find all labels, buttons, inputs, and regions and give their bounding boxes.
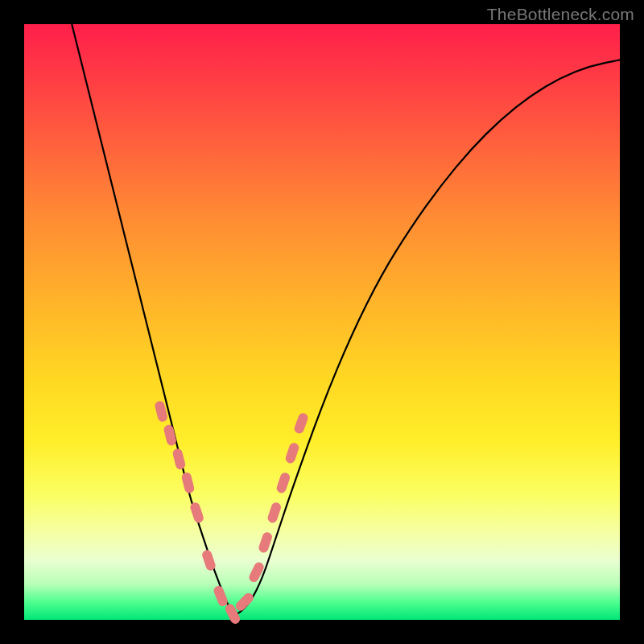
- highlight-marker: [284, 442, 300, 464]
- highlight-marker: [181, 472, 196, 494]
- highlight-marker: [266, 502, 283, 524]
- highlight-marker: [201, 549, 217, 572]
- plot-area: [24, 24, 620, 620]
- highlight-markers: [154, 400, 309, 625]
- bottleneck-curve: [72, 24, 620, 614]
- highlight-marker: [247, 560, 265, 584]
- chart-svg: [24, 24, 620, 620]
- highlight-marker: [213, 584, 229, 608]
- highlight-marker: [275, 472, 291, 494]
- outer-frame: TheBottleneck.com: [0, 0, 644, 644]
- bottleneck-curve-path: [72, 24, 620, 614]
- highlight-marker: [293, 412, 309, 436]
- highlight-marker: [233, 591, 255, 613]
- watermark-text: TheBottleneck.com: [487, 5, 634, 24]
- highlight-marker: [189, 502, 205, 524]
- highlight-marker: [171, 448, 186, 470]
